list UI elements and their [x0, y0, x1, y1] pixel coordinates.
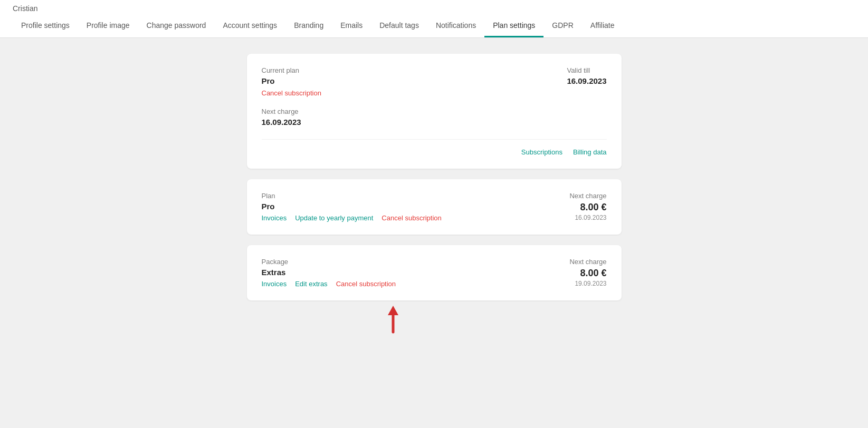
package-next-charge-amount: 8.00 € — [569, 268, 606, 279]
tab-default-tags[interactable]: Default tags — [371, 15, 427, 37]
package-name: Extras — [262, 268, 396, 277]
package-invoices-link[interactable]: Invoices — [262, 280, 287, 288]
tab-branding[interactable]: Branding — [285, 15, 332, 37]
plan-next-charge: Next charge 8.00 € 16.09.2023 — [569, 192, 606, 221]
package-next-charge-label: Next charge — [569, 258, 606, 266]
current-plan-label: Current plan — [262, 66, 321, 74]
package-card: Package Extras Invoices Edit extras Canc… — [247, 245, 622, 300]
update-yearly-link[interactable]: Update to yearly payment — [295, 214, 373, 222]
package-cancel-link[interactable]: Cancel subscription — [336, 280, 396, 288]
tab-profile-settings[interactable]: Profile settings — [13, 15, 78, 37]
package-next-charge-date: 19.09.2023 — [569, 280, 606, 287]
tab-gdpr[interactable]: GDPR — [543, 15, 581, 37]
header: Cristian Profile settings Profile image … — [0, 0, 868, 38]
billing-data-link[interactable]: Billing data — [573, 148, 607, 156]
plan-name: Pro — [262, 202, 442, 211]
main-content: Current plan Pro Cancel subscription Val… — [0, 38, 868, 353]
cancel-subscription-link-1[interactable]: Cancel subscription — [262, 89, 321, 97]
plan-next-charge-label: Next charge — [569, 192, 606, 200]
tab-change-password[interactable]: Change password — [138, 15, 215, 37]
plan-next-charge-amount: 8.00 € — [569, 202, 606, 213]
plan-next-charge-date: 16.09.2023 — [569, 214, 606, 221]
current-plan-name: Pro — [262, 76, 321, 85]
arrow-indicator-container — [385, 306, 401, 337]
tab-profile-image[interactable]: Profile image — [78, 15, 138, 37]
plan-label: Plan — [262, 192, 442, 200]
nav-tabs: Profile settings Profile image Change pa… — [13, 15, 855, 37]
tab-account-settings[interactable]: Account settings — [214, 15, 285, 37]
plan-invoices-link[interactable]: Invoices — [262, 214, 287, 222]
next-charge-date-1: 16.09.2023 — [262, 118, 607, 127]
red-arrow-icon — [385, 306, 401, 337]
package-label: Package — [262, 258, 396, 266]
tab-affiliate[interactable]: Affiliate — [582, 15, 623, 37]
plan-cancel-link[interactable]: Cancel subscription — [381, 214, 441, 222]
valid-till-label: Valid till — [567, 66, 606, 74]
user-name: Cristian — [13, 0, 855, 15]
tab-notifications[interactable]: Notifications — [427, 15, 484, 37]
valid-till-date: 16.09.2023 — [567, 76, 606, 85]
subscription-card: Current plan Pro Cancel subscription Val… — [247, 54, 622, 169]
package-next-charge: Next charge 8.00 € 19.09.2023 — [569, 258, 606, 287]
package-section: Package Extras Invoices Edit extras Canc… — [262, 258, 396, 288]
current-plan-section: Current plan Pro Cancel subscription — [262, 66, 321, 97]
tab-plan-settings[interactable]: Plan settings — [484, 15, 543, 37]
valid-till-section: Valid till 16.09.2023 — [567, 66, 606, 97]
plan-section: Plan Pro Invoices Update to yearly payme… — [262, 192, 442, 222]
subscriptions-link[interactable]: Subscriptions — [521, 148, 562, 156]
tab-emails[interactable]: Emails — [332, 15, 371, 37]
next-charge-label-1: Next charge — [262, 108, 607, 115]
svg-marker-1 — [388, 306, 398, 315]
edit-extras-link[interactable]: Edit extras — [295, 280, 327, 288]
plan-card: Plan Pro Invoices Update to yearly payme… — [247, 179, 622, 235]
